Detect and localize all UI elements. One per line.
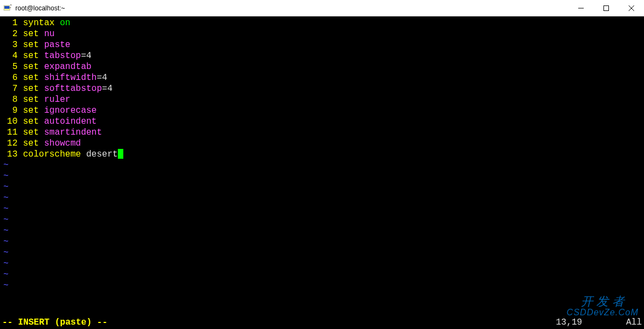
code-line[interactable]: 6set shiftwidth=4 xyxy=(2,72,642,83)
empty-line: ~ xyxy=(2,247,642,258)
token: set xyxy=(23,105,39,116)
terminal-area[interactable]: 1syntax on2set nu3set paste4set tabstop=… xyxy=(0,16,644,329)
token: tabstop xyxy=(44,50,81,61)
tilde-icon: ~ xyxy=(3,193,9,204)
token xyxy=(39,28,44,39)
token xyxy=(39,50,44,61)
line-number: 6 xyxy=(2,72,18,83)
empty-line: ~ xyxy=(2,258,642,269)
token xyxy=(39,105,44,116)
empty-line: ~ xyxy=(2,226,642,236)
code-line[interactable]: 5set expandtab xyxy=(2,61,642,72)
token xyxy=(39,94,44,105)
window-titlebar: root@localhost:~ xyxy=(0,0,644,16)
code-line[interactable]: 1syntax on xyxy=(2,18,642,28)
token xyxy=(39,116,44,127)
token xyxy=(39,61,44,72)
token xyxy=(39,138,44,149)
vim-mode: -- INSERT (paste) -- xyxy=(2,317,107,328)
line-number: 13 xyxy=(2,149,18,160)
empty-line: ~ xyxy=(2,193,642,204)
code-line[interactable]: 4set tabstop=4 xyxy=(2,50,642,61)
token: set xyxy=(23,116,39,127)
token: =4 xyxy=(96,72,107,83)
empty-line: ~ xyxy=(2,171,642,182)
token: set xyxy=(23,127,39,138)
app-icon xyxy=(3,4,12,13)
tilde-icon: ~ xyxy=(3,258,9,269)
token: set xyxy=(23,72,39,83)
code-line[interactable]: 7set softtabstop=4 xyxy=(2,83,642,94)
watermark-cn: 开 发 者 xyxy=(567,296,639,307)
line-number: 9 xyxy=(2,105,18,116)
token xyxy=(55,18,60,28)
titlebar-right xyxy=(568,0,644,16)
empty-line: ~ xyxy=(2,182,642,193)
token: autoindent xyxy=(44,116,96,127)
line-number: 4 xyxy=(2,50,18,61)
tilde-icon: ~ xyxy=(3,215,9,226)
cursor-position: 13,19 xyxy=(556,317,582,328)
empty-line: ~ xyxy=(2,269,642,280)
minimize-button[interactable] xyxy=(568,0,594,16)
token: softtabstop xyxy=(44,83,102,94)
tilde-icon: ~ xyxy=(3,182,9,193)
cursor xyxy=(118,149,123,159)
code-line[interactable]: 2set nu xyxy=(2,28,642,39)
svg-rect-2 xyxy=(9,7,11,8)
tilde-icon: ~ xyxy=(3,171,9,182)
code-line[interactable]: 13colorscheme desert xyxy=(2,149,642,160)
token: set xyxy=(23,94,39,105)
token: nu xyxy=(44,28,54,39)
close-button[interactable] xyxy=(619,0,644,16)
token: colorscheme xyxy=(23,149,81,160)
titlebar-left: root@localhost:~ xyxy=(0,4,65,13)
empty-line: ~ xyxy=(2,236,642,247)
line-number: 1 xyxy=(2,18,18,28)
code-line[interactable]: 9set ignorecase xyxy=(2,105,642,116)
token: paste xyxy=(44,39,70,50)
empty-line: ~ xyxy=(2,204,642,215)
line-number: 10 xyxy=(2,116,18,127)
svg-rect-6 xyxy=(604,5,609,10)
maximize-button[interactable] xyxy=(594,0,619,16)
token: on xyxy=(60,18,70,28)
token: =4 xyxy=(102,83,112,94)
token: syntax xyxy=(23,18,55,28)
tilde-icon: ~ xyxy=(3,226,9,236)
token: desert xyxy=(81,149,118,160)
empty-line: ~ xyxy=(2,160,642,171)
token: expandtab xyxy=(44,61,91,72)
token: set xyxy=(23,138,39,149)
token: shiftwidth xyxy=(44,72,96,83)
token: set xyxy=(23,28,39,39)
tilde-icon: ~ xyxy=(3,160,9,171)
watermark-en: CSDDevZe.CoM xyxy=(567,307,639,318)
line-number: 12 xyxy=(2,138,18,149)
editor-content[interactable]: 1syntax on2set nu3set paste4set tabstop=… xyxy=(2,18,642,160)
token: ignorecase xyxy=(44,105,96,116)
code-line[interactable]: 10set autoindent xyxy=(2,116,642,127)
tilde-icon: ~ xyxy=(3,236,9,247)
line-number: 11 xyxy=(2,127,18,138)
token xyxy=(39,39,44,50)
code-line[interactable]: 12set showcmd xyxy=(2,138,642,149)
scroll-indicator: All xyxy=(626,317,642,328)
token: set xyxy=(23,61,39,72)
token xyxy=(39,83,44,94)
tilde-icon: ~ xyxy=(3,204,9,215)
code-line[interactable]: 3set paste xyxy=(2,39,642,50)
code-line[interactable]: 11set smartindent xyxy=(2,127,642,138)
token: =4 xyxy=(81,50,92,61)
line-number: 2 xyxy=(2,28,18,39)
tilde-icon: ~ xyxy=(3,280,9,291)
token: set xyxy=(23,83,39,94)
token: smartindent xyxy=(44,127,102,138)
line-number: 7 xyxy=(2,83,18,94)
code-line[interactable]: 8set ruler xyxy=(2,94,642,105)
tilde-icon: ~ xyxy=(3,247,9,258)
status-right: 13,19 All xyxy=(556,317,642,328)
token: set xyxy=(23,39,39,50)
token: ruler xyxy=(44,94,70,105)
token xyxy=(39,127,44,138)
